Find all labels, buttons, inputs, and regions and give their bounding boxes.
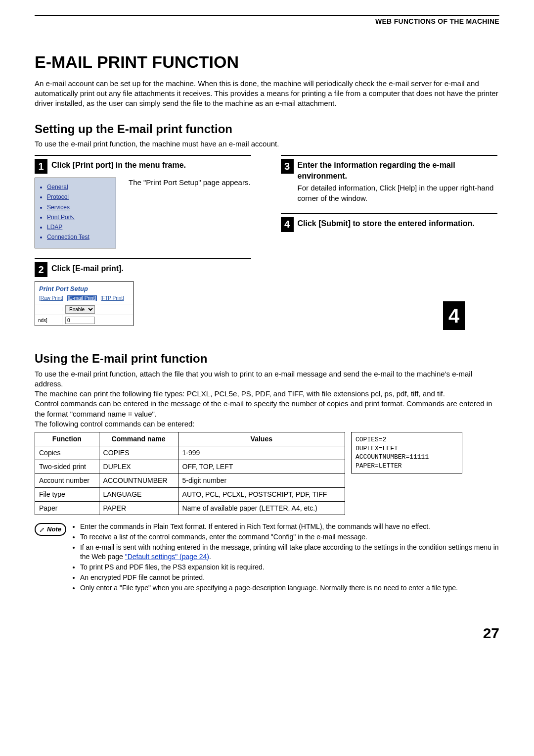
step-title-3: Enter the information regarding the e-ma… xyxy=(298,159,500,181)
port-setup-screenshot: Print Port Setup [Raw Print] [E-mail Pri… xyxy=(35,281,134,326)
using-heading: Using the E-mail print function xyxy=(35,351,499,367)
row-label-1 xyxy=(35,307,62,311)
note-item: To print PS and PDF files, the PS3 expan… xyxy=(80,563,499,572)
using-p1: To use the e-mail print function, attach… xyxy=(35,369,499,389)
step-title-2: Click [E-mail print]. xyxy=(51,262,124,274)
table-row: CopiesCOPIES1-999 xyxy=(35,446,345,460)
example-box: COPIES=2 DUPLEX=LEFT ACCOUNTNUMBER=11111… xyxy=(351,432,462,473)
default-settings-link[interactable]: "Default settings" (page 24) xyxy=(125,553,209,561)
step-number-2: 2 xyxy=(35,262,47,277)
example-line: DUPLEX=LEFT xyxy=(356,444,458,453)
pencil-icon xyxy=(40,526,45,532)
th-function: Function xyxy=(35,432,99,446)
step-title-1: Click [Print port] in the menu frame. xyxy=(51,159,186,171)
menu-item-general[interactable]: General xyxy=(47,183,112,191)
step-2: 2 Click [E-mail print]. Print Port Setup… xyxy=(35,258,254,326)
nds-input[interactable] xyxy=(65,317,95,324)
setup-sub: To use the e-mail print function, the ma… xyxy=(35,139,499,149)
menu-item-ldap[interactable]: LDAP xyxy=(47,223,112,231)
commands-table: Function Command name Values CopiesCOPIE… xyxy=(35,432,345,515)
note-badge: Note xyxy=(35,523,66,536)
chapter-tab: 4 xyxy=(443,301,465,330)
step-4: 4 Click [Submit] to store the entered in… xyxy=(281,213,500,232)
example-line: PAPER=LETTER xyxy=(356,462,458,471)
note-item: If an e-mail is sent with nothing entere… xyxy=(80,543,499,562)
page-number: 27 xyxy=(35,623,499,644)
table-row: PaperPAPERName of available paper (LETTE… xyxy=(35,501,345,515)
using-p2: The machine can print the following file… xyxy=(35,389,499,399)
step-number-4: 4 xyxy=(281,217,294,232)
tab-raw-print[interactable]: [Raw Print] xyxy=(39,295,63,301)
note-item: An encrypted PDF file cannot be printed. xyxy=(80,573,499,582)
step-3-desc: For detailed information, Click [Help] i… xyxy=(298,183,500,203)
row-label-2: nds] xyxy=(35,315,62,326)
note-item: Only enter a "File type" when you are sp… xyxy=(80,583,499,593)
table-row: Two-sided printDUPLEXOFF, TOP, LEFT xyxy=(35,460,345,473)
example-line: ACCOUNTNUMBER=11111 xyxy=(356,453,458,462)
step-number-1: 1 xyxy=(35,159,47,174)
note-item: To receive a list of the control command… xyxy=(80,532,499,542)
th-values: Values xyxy=(178,432,345,446)
note-list: Enter the commands in Plain Text format.… xyxy=(71,522,499,593)
using-p4: The following control commands can be en… xyxy=(35,419,499,429)
menu-item-connection-test[interactable]: Connection Test xyxy=(47,233,112,241)
note-item: Enter the commands in Plain Text format.… xyxy=(80,522,499,531)
example-line: COPIES=2 xyxy=(356,435,458,444)
page-title: E-MAIL PRINT FUNCTION xyxy=(35,51,499,74)
menu-item-services[interactable]: Services xyxy=(47,203,112,211)
menu-item-protocol[interactable]: Protocol xyxy=(47,193,112,201)
section-header: WEB FUNCTIONS OF THE MACHINE xyxy=(35,17,499,26)
table-row: File typeLANGUAGEAUTO, PCL, PCLXL, POSTS… xyxy=(35,487,345,501)
step-number-3: 3 xyxy=(281,159,294,174)
tab-email-print[interactable]: [E-mail Print] xyxy=(67,295,97,301)
tab-ftp-print[interactable]: [FTP Print] xyxy=(100,295,124,301)
step-1: 1 Click [Print port] in the menu frame. … xyxy=(35,155,254,248)
using-p3: Control commands can be entered in the m… xyxy=(35,399,499,419)
step-3: 3 Enter the information regarding the e-… xyxy=(281,155,500,203)
cursor-icon: ↖ xyxy=(70,214,75,221)
step-title-4: Click [Submit] to store the entered info… xyxy=(298,217,475,229)
table-row: Account numberACCOUNTNUMBER5-digit numbe… xyxy=(35,473,345,487)
port-setup-title: Print Port Setup xyxy=(35,282,133,294)
intro-paragraph: An e-mail account can be set up for the … xyxy=(35,79,499,109)
enable-select[interactable]: Enable xyxy=(65,305,95,314)
menu-item-print-port[interactable]: Print Port↖ xyxy=(47,213,112,221)
setup-heading: Setting up the E-mail print function xyxy=(35,121,499,137)
step-1-desc: The "Print Port Setup" page appears. xyxy=(129,178,251,188)
menu-screenshot: General Protocol Services Print Port↖ LD… xyxy=(35,178,116,248)
th-command: Command name xyxy=(99,432,178,446)
